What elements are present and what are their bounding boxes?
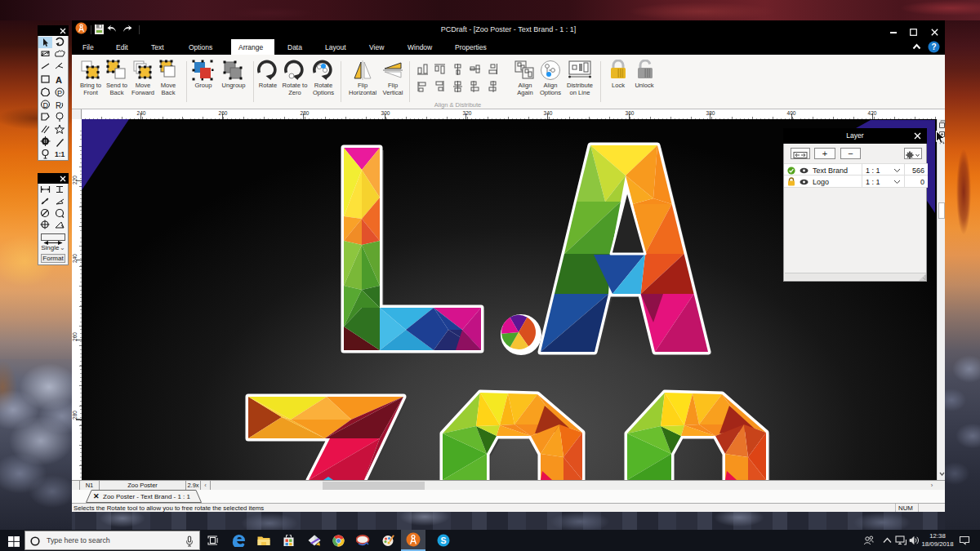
svg-text:S: S (440, 535, 446, 545)
svg-text:P: P (57, 89, 62, 97)
svg-text:?: ? (931, 42, 936, 51)
svg-text:1:1: 1:1 (55, 150, 65, 158)
svg-text:A: A (56, 75, 62, 85)
svg-text:R: R (56, 101, 61, 110)
svg-text:D: D (43, 101, 49, 109)
